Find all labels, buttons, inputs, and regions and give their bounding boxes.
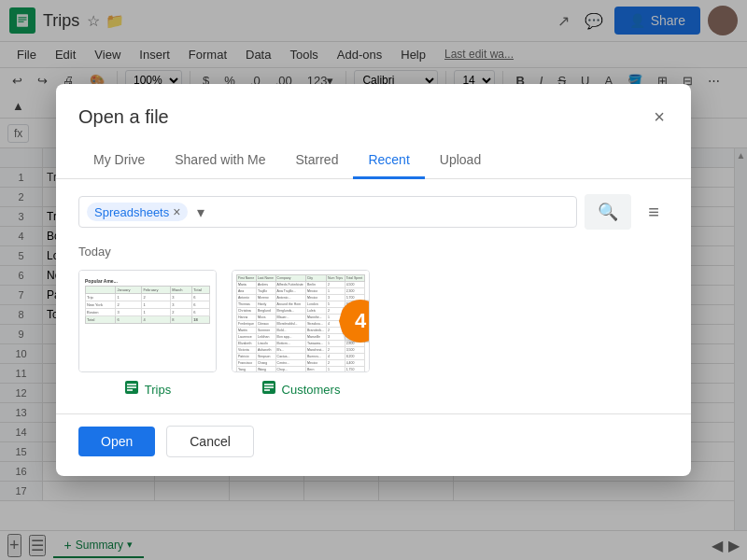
file-spreadsheet-icon-customers — [261, 380, 276, 399]
file-name-customers: Customers — [282, 383, 341, 397]
filter-bar: Spreadsheets × ▾ 🔍 ≡ — [56, 179, 691, 237]
file-item-customers[interactable]: First Name Last Name Company City Num Tr… — [232, 270, 370, 399]
svg-rect-10 — [264, 386, 274, 388]
thumb-inner-trips: Popular Ame... January February March To… — [79, 271, 216, 371]
svg-rect-5 — [127, 384, 136, 385]
file-thumb-trips[interactable]: Popular Ame... January February March To… — [78, 270, 217, 372]
tab-starred[interactable]: Starred — [281, 143, 354, 179]
sheets-app: Trips ☆ 📁 ↗ 💬 👤 Share File Edit View Ins… — [0, 0, 747, 560]
modal-overlay: Open a file × My Drive Shared with Me St… — [0, 0, 747, 560]
filter-input-wrap[interactable]: Spreadsheets × ▾ — [78, 196, 577, 228]
dialog-footer: Open Cancel — [56, 413, 691, 476]
tab-recent[interactable]: Recent — [353, 143, 424, 179]
file-label-trips: Trips — [124, 380, 171, 399]
dialog-close-button[interactable]: × — [650, 103, 669, 132]
dialog-tabs: My Drive Shared with Me Starred Recent U… — [56, 143, 691, 179]
search-icon: 🔍 — [598, 203, 618, 221]
open-button[interactable]: Open — [78, 427, 155, 456]
svg-rect-9 — [264, 384, 274, 385]
filter-chip-spreadsheets[interactable]: Spreadsheets × — [87, 203, 188, 221]
filter-view-button[interactable]: ≡ — [639, 196, 669, 229]
file-item-trips[interactable]: Popular Ame... January February March To… — [78, 270, 217, 399]
file-name-trips: Trips — [145, 383, 171, 397]
file-spreadsheet-icon-trips — [124, 380, 139, 399]
tab-shared-with-me[interactable]: Shared with Me — [160, 143, 280, 179]
open-file-dialog: Open a file × My Drive Shared with Me St… — [56, 84, 691, 476]
file-list-area: Today Popular Ame... — [56, 237, 691, 413]
filter-dropdown-button[interactable]: ▾ — [193, 203, 208, 221]
svg-rect-6 — [127, 386, 136, 388]
tab-upload[interactable]: Upload — [425, 143, 496, 179]
svg-rect-11 — [264, 389, 270, 391]
filter-chip-remove[interactable]: × — [173, 204, 180, 219]
filter-search-button[interactable]: 🔍 — [585, 194, 631, 230]
tab-my-drive[interactable]: My Drive — [78, 143, 160, 179]
file-label-customers: Customers — [261, 380, 341, 399]
filter-chip-label: Spreadsheets — [94, 205, 169, 219]
dialog-title: Open a file — [78, 106, 169, 128]
file-grid: Popular Ame... January February March To… — [78, 270, 669, 399]
cancel-button[interactable]: Cancel — [166, 426, 254, 457]
file-thumb-customers[interactable]: First Name Last Name Company City Num Tr… — [232, 270, 370, 372]
svg-rect-7 — [127, 389, 133, 391]
dialog-header: Open a file × — [56, 84, 691, 132]
section-today-label: Today — [78, 245, 669, 259]
